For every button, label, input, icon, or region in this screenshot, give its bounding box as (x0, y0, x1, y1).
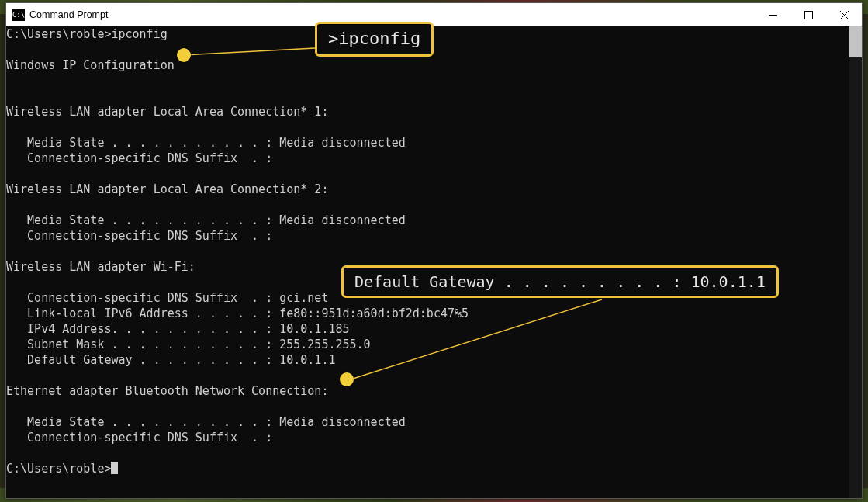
annotation-text: >ipconfig (328, 29, 420, 48)
minimize-button[interactable] (755, 3, 790, 26)
output-line: Wireless LAN adapter Local Area Connecti… (6, 182, 328, 196)
annotation-dot (340, 372, 354, 386)
output-line: Connection-specific DNS Suffix . : (6, 229, 272, 243)
annotation-callout-gateway: Default Gateway . . . . . . . . . : 10.0… (341, 265, 779, 298)
prompt-line: C:\Users\roble> (6, 462, 111, 476)
output-line: Media State . . . . . . . . . . . : Medi… (6, 213, 406, 227)
output-line: Subnet Mask . . . . . . . . . . . : 255.… (6, 338, 371, 351)
output-line: Wireless LAN adapter Local Area Connecti… (6, 105, 328, 119)
close-button[interactable] (826, 3, 862, 26)
output-line: Connection-specific DNS Suffix . : (6, 151, 272, 165)
output-line: Connection-specific DNS Suffix . : gci.n… (6, 291, 328, 305)
annotation-dot (177, 48, 191, 62)
output-line: Link-local IPv6 Address . . . . . : fe80… (6, 306, 469, 320)
svg-rect-1 (804, 11, 812, 19)
output-line: Default Gateway . . . . . . . . . : 10.0… (6, 353, 335, 367)
prompt-line: C:\Users\roble>ipconfig (6, 27, 168, 41)
titlebar[interactable]: C:\ Command Prompt (6, 3, 862, 26)
annotation-text: Default Gateway . . . . . . . . . : 10.0… (354, 272, 766, 291)
annotation-callout-ipconfig: >ipconfig (315, 22, 434, 57)
output-line: Ethernet adapter Bluetooth Network Conne… (6, 384, 328, 398)
scrollbar[interactable] (849, 26, 862, 498)
window-title: Command Prompt (29, 9, 108, 20)
output-line: IPv4 Address. . . . . . . . . . . : 10.0… (6, 322, 350, 336)
command-prompt-window: C:\ Command Prompt C:\Users\roble>ipconf… (5, 2, 863, 499)
maximize-button[interactable] (790, 3, 826, 26)
output-line: Connection-specific DNS Suffix . : (6, 431, 272, 445)
cursor (111, 462, 118, 474)
output-line: Wireless LAN adapter Wi-Fi: (6, 260, 195, 274)
output-line: Windows IP Configuration (6, 58, 175, 72)
output-line: Media State . . . . . . . . . . . : Medi… (6, 136, 406, 150)
scrollbar-thumb[interactable] (849, 26, 862, 57)
terminal-body[interactable]: C:\Users\roble>ipconfig Windows IP Confi… (6, 26, 862, 498)
cmd-icon: C:\ (12, 9, 25, 21)
output-line: Media State . . . . . . . . . . . : Medi… (6, 415, 406, 429)
